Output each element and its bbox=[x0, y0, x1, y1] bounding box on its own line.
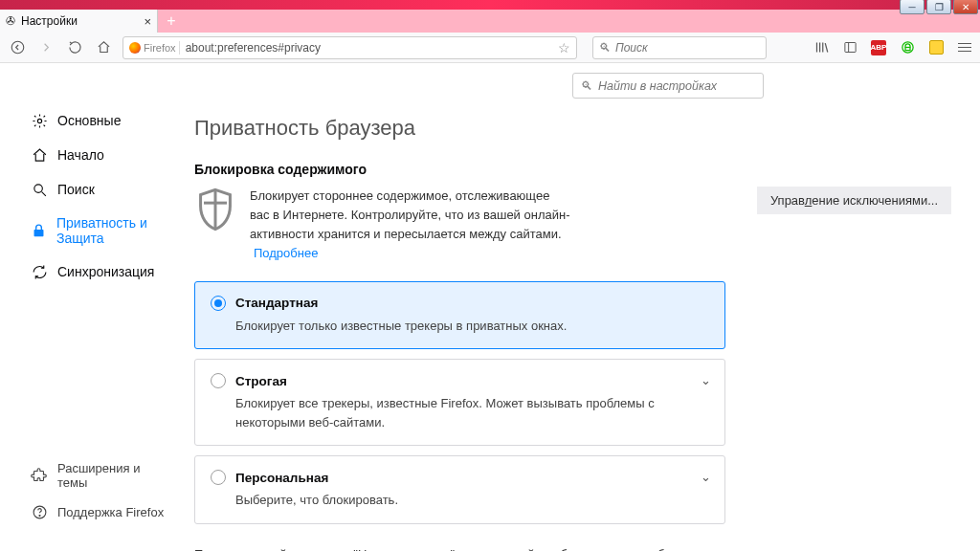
svg-line-11 bbox=[41, 191, 45, 195]
manage-exceptions-button[interactable]: Управление исключениями... bbox=[757, 187, 951, 214]
tab-strip: ✇ Настройки × + bbox=[0, 10, 980, 33]
bookmark-star-icon[interactable]: ☆ bbox=[558, 40, 570, 55]
sidebar-item-general[interactable]: Основные bbox=[27, 106, 177, 135]
svg-point-13 bbox=[38, 515, 39, 516]
search-icon: 🔍︎ bbox=[581, 79, 592, 93]
sidebar-item-sync[interactable]: Синхронизация bbox=[27, 257, 177, 286]
content-area: Основные Начало Поиск Приватность и Защи… bbox=[0, 63, 980, 551]
back-button[interactable] bbox=[8, 38, 27, 57]
sidebar-item-label: Приватность и Защита bbox=[56, 215, 173, 246]
app-menu-button[interactable] bbox=[957, 40, 972, 55]
sidebar-item-support[interactable]: Поддержка Firefox bbox=[27, 497, 177, 526]
radio-icon[interactable] bbox=[211, 470, 226, 485]
nav-toolbar: Firefox ☆ 🔍︎ ABP bbox=[0, 33, 980, 63]
question-icon bbox=[31, 503, 48, 520]
chevron-down-icon[interactable]: ⌄ bbox=[701, 373, 711, 387]
gear-icon: ✇ bbox=[6, 14, 15, 28]
window-maximize-button[interactable]: ❐ bbox=[926, 0, 951, 14]
sidebar-item-label: Синхронизация bbox=[57, 264, 154, 279]
sidebar-item-label: Поддержка Firefox bbox=[57, 505, 164, 519]
chevron-down-icon[interactable]: ⌄ bbox=[701, 470, 711, 484]
dnt-text: Передавать сайтам сигнал "Не отслеживать… bbox=[194, 547, 685, 551]
option-desc: Блокирует все трекеры, известные Firefox… bbox=[211, 394, 709, 431]
option-label: Стандартная bbox=[235, 296, 318, 310]
sidebar-item-home[interactable]: Начало bbox=[27, 141, 177, 169]
content-blocking-description: Блокирует стороннее содержимое, отслежив… bbox=[250, 187, 570, 264]
library-icon[interactable] bbox=[813, 40, 829, 55]
learn-more-link[interactable]: Подробнее bbox=[254, 246, 318, 260]
toolbar-right-icons: ABP bbox=[813, 40, 972, 55]
window-titlebar: ─ ❐ ✕ bbox=[0, 0, 980, 10]
reload-button[interactable] bbox=[65, 38, 84, 57]
search-icon bbox=[31, 181, 48, 198]
window-buttons: ─ ❐ ✕ bbox=[900, 0, 978, 14]
option-desc: Блокирует только известные трекеры в при… bbox=[211, 317, 709, 336]
find-in-settings[interactable]: 🔍︎ bbox=[572, 73, 764, 99]
new-tab-button[interactable]: + bbox=[158, 10, 185, 33]
firefox-badge: Firefox bbox=[129, 41, 180, 55]
tab-settings[interactable]: ✇ Настройки × bbox=[0, 10, 158, 33]
sidebar-item-label: Расширения и темы bbox=[57, 461, 173, 490]
radio-icon[interactable] bbox=[211, 296, 226, 311]
url-input[interactable] bbox=[186, 41, 552, 55]
sync-icon bbox=[31, 263, 48, 280]
search-icon: 🔍︎ bbox=[599, 41, 611, 55]
hamburger-icon bbox=[958, 43, 971, 53]
abp-extension-icon[interactable]: ABP bbox=[871, 40, 886, 55]
window-close-button[interactable]: ✕ bbox=[953, 0, 978, 14]
search-bar[interactable]: 🔍︎ bbox=[592, 36, 767, 59]
shield-icon bbox=[194, 187, 236, 232]
svg-point-9 bbox=[37, 119, 41, 122]
tab-title: Настройки bbox=[21, 14, 138, 28]
firefox-logo-icon bbox=[129, 42, 141, 54]
settings-sidebar: Основные Начало Поиск Приватность и Защи… bbox=[0, 63, 177, 551]
home-button[interactable] bbox=[94, 38, 113, 57]
option-standard[interactable]: Стандартная Блокирует только известные т… bbox=[194, 281, 725, 350]
blocking-options: Стандартная Блокирует только известные т… bbox=[194, 281, 725, 524]
forward-button[interactable] bbox=[36, 38, 56, 57]
sidebar-item-privacy[interactable]: Приватность и Защита bbox=[27, 209, 177, 252]
option-label: Строгая bbox=[235, 374, 287, 388]
sidebar-item-label: Основные bbox=[57, 113, 121, 128]
option-desc: Выберите, что блокировать. bbox=[211, 491, 709, 510]
window-minimize-button[interactable]: ─ bbox=[900, 0, 924, 14]
lock-icon bbox=[31, 222, 47, 239]
sidebar-item-search[interactable]: Поиск bbox=[27, 175, 177, 204]
option-custom[interactable]: Персональная Выберите, что блокировать. … bbox=[194, 455, 725, 524]
extension-icon[interactable] bbox=[928, 40, 944, 55]
content-blocking-heading: Блокировка содержимого bbox=[194, 162, 951, 177]
home-icon bbox=[31, 146, 48, 164]
dnt-section: Передавать сайтам сигнал "Не отслеживать… bbox=[194, 545, 768, 551]
settings-main[interactable]: 🔍︎ Приватность браузера Блокировка содер… bbox=[177, 63, 980, 551]
sidebar-item-label: Начало bbox=[57, 147, 104, 163]
sidebar-footer: Расширения и темы Поддержка Firefox bbox=[27, 455, 177, 551]
radio-icon[interactable] bbox=[211, 373, 226, 388]
sidebar-toggle-icon[interactable] bbox=[842, 40, 858, 55]
option-label: Персональная bbox=[235, 471, 328, 485]
svg-rect-5 bbox=[844, 43, 855, 53]
kaspersky-extension-icon[interactable] bbox=[900, 40, 915, 55]
url-bar[interactable]: Firefox ☆ bbox=[122, 36, 577, 59]
content-blocking-row: Блокирует стороннее содержимое, отслежив… bbox=[194, 187, 951, 264]
search-input[interactable] bbox=[615, 41, 760, 55]
sidebar-item-label: Поиск bbox=[57, 182, 95, 197]
url-label: Firefox bbox=[144, 42, 176, 54]
sidebar-item-addons[interactable]: Расширения и темы bbox=[27, 455, 177, 496]
page-heading: Приватность браузера bbox=[194, 116, 951, 141]
svg-rect-8 bbox=[905, 48, 910, 51]
tab-close-icon[interactable]: × bbox=[144, 14, 151, 29]
svg-point-0 bbox=[11, 41, 24, 54]
svg-point-10 bbox=[33, 184, 42, 192]
svg-line-4 bbox=[825, 43, 828, 52]
find-input[interactable] bbox=[598, 79, 755, 93]
gear-icon bbox=[31, 112, 48, 129]
puzzle-icon bbox=[31, 467, 48, 484]
option-strict[interactable]: Строгая Блокирует все трекеры, известные… bbox=[194, 359, 725, 446]
